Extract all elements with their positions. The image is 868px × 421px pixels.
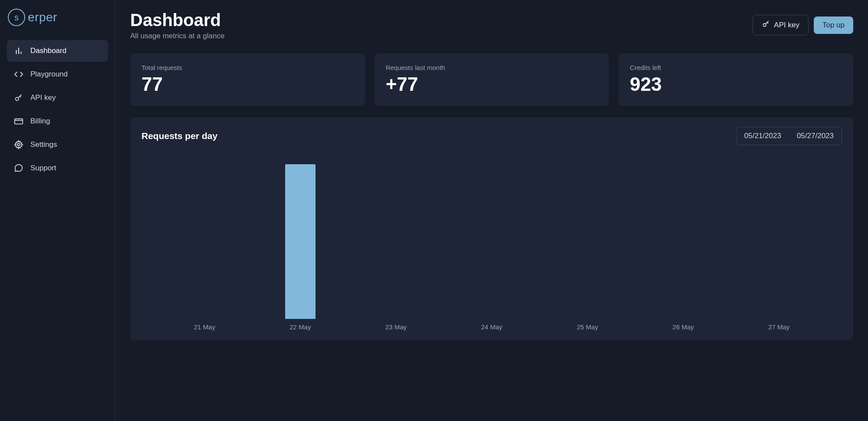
date-from-field[interactable]: 05/21/2023 bbox=[736, 127, 789, 145]
top-up-button-label: Top up bbox=[822, 21, 845, 30]
sidebar-item-support[interactable]: Support bbox=[7, 157, 108, 179]
bar-slot bbox=[444, 158, 540, 319]
sidebar-item-dashboard[interactable]: Dashboard bbox=[7, 40, 108, 62]
chat-icon bbox=[13, 162, 24, 174]
sidebar: s erper Dashboard Playground API key Bil… bbox=[0, 0, 115, 421]
stat-label: Requests last month bbox=[386, 64, 598, 71]
main-content: Dashboard All usage metrics at a glance … bbox=[115, 0, 868, 421]
stat-label: Total requests bbox=[141, 64, 354, 71]
stat-value: 77 bbox=[141, 74, 354, 95]
top-up-button[interactable]: Top up bbox=[814, 17, 853, 34]
stat-card-total-requests: Total requests 77 bbox=[130, 53, 365, 106]
date-range-picker[interactable]: 05/21/2023 05/27/2023 bbox=[736, 127, 842, 145]
stat-card-credits-left: Credits left 923 bbox=[618, 53, 853, 106]
chart-plot-area bbox=[141, 158, 842, 319]
bar-slot bbox=[157, 158, 253, 319]
sidebar-item-label: Billing bbox=[30, 117, 50, 126]
gear-icon bbox=[13, 139, 24, 150]
chart-bar-icon bbox=[13, 45, 24, 56]
svg-rect-1 bbox=[15, 119, 23, 124]
sidebar-item-label: Settings bbox=[30, 140, 57, 149]
credit-card-icon bbox=[13, 116, 24, 127]
axis-tick-label: 24 May bbox=[444, 323, 540, 331]
logo-text: erper bbox=[28, 10, 57, 24]
chart-bar[interactable] bbox=[285, 164, 316, 319]
sidebar-item-label: Dashboard bbox=[30, 46, 66, 55]
api-key-button-label: API key bbox=[774, 21, 799, 30]
sidebar-item-playground[interactable]: Playground bbox=[7, 63, 108, 85]
sidebar-item-label: Playground bbox=[30, 70, 68, 79]
stat-label: Credits left bbox=[630, 64, 842, 71]
logo[interactable]: s erper bbox=[7, 9, 108, 26]
logo-mark-icon: s bbox=[8, 9, 25, 26]
bar-slot bbox=[635, 158, 731, 319]
bar-slot bbox=[253, 158, 349, 319]
stat-value: 923 bbox=[630, 74, 842, 95]
bar-slot bbox=[348, 158, 444, 319]
axis-tick-label: 25 May bbox=[539, 323, 635, 331]
api-key-button[interactable]: API key bbox=[753, 15, 809, 35]
page-title: Dashboard bbox=[130, 10, 224, 30]
stats-row: Total requests 77 Requests last month +7… bbox=[130, 53, 853, 106]
page-subtitle: All usage metrics at a glance bbox=[130, 32, 224, 40]
stat-value: +77 bbox=[386, 74, 598, 95]
code-icon bbox=[13, 69, 24, 80]
sidebar-item-label: API key bbox=[30, 93, 56, 102]
axis-tick-label: 22 May bbox=[253, 323, 349, 331]
key-icon bbox=[13, 92, 24, 103]
axis-tick-label: 21 May bbox=[157, 323, 253, 331]
svg-point-2 bbox=[17, 143, 20, 146]
chart-card: Requests per day 05/21/2023 05/27/2023 2… bbox=[130, 117, 853, 340]
sidebar-item-label: Support bbox=[30, 164, 56, 172]
chart-header: Requests per day 05/21/2023 05/27/2023 bbox=[141, 127, 842, 145]
stat-card-requests-last-month: Requests last month +77 bbox=[375, 53, 609, 106]
bar-slot bbox=[731, 158, 827, 319]
date-to-field[interactable]: 05/27/2023 bbox=[789, 127, 842, 145]
page-header: Dashboard All usage metrics at a glance … bbox=[130, 10, 853, 40]
chart-x-axis: 21 May22 May23 May24 May25 May26 May27 M… bbox=[141, 319, 842, 331]
sidebar-item-api-key[interactable]: API key bbox=[7, 87, 108, 109]
bar-slot bbox=[539, 158, 635, 319]
sidebar-item-settings[interactable]: Settings bbox=[7, 134, 108, 156]
axis-tick-label: 27 May bbox=[731, 323, 827, 331]
sidebar-item-billing[interactable]: Billing bbox=[7, 110, 108, 132]
axis-tick-label: 23 May bbox=[348, 323, 444, 331]
logo-mark-letter: s bbox=[14, 13, 19, 23]
chart-title: Requests per day bbox=[141, 131, 217, 141]
axis-tick-label: 26 May bbox=[635, 323, 731, 331]
key-icon bbox=[762, 20, 770, 30]
